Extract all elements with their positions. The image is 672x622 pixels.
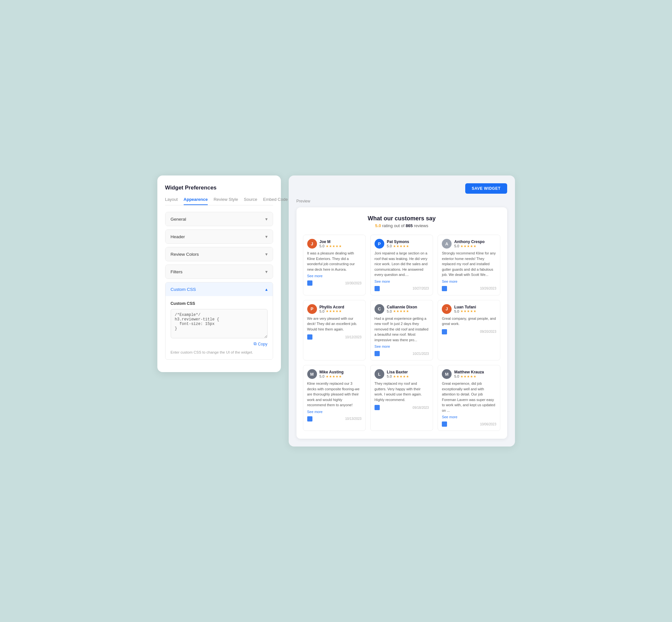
avatar: C — [374, 304, 384, 314]
review-footer: 09/18/2023 — [374, 405, 429, 410]
review-card: M Mike Austing 5.0 ★★★★★ Kline recently … — [303, 365, 366, 431]
reviewer-row: M Mike Austing 5.0 ★★★★★ — [307, 369, 362, 379]
review-text: Great company, great people, and great w… — [442, 316, 496, 326]
source-icon — [374, 405, 380, 410]
review-card: C Calliannie Dixon 5.0 ★★★★★ Had a great… — [370, 300, 433, 361]
source-icon — [374, 351, 380, 356]
see-more-link[interactable]: See more — [442, 279, 496, 283]
accordion-review-colors: Review Colors ▾ — [165, 247, 273, 261]
review-card: J Luan Tufani 5.0 ★★★★★ Great company, g… — [438, 300, 500, 361]
copy-icon: ⧉ — [254, 342, 257, 346]
reviews-grid: J Joe M 5.0 ★★★★★ It was a pleasure deal… — [303, 235, 501, 431]
accordion-general: General ▾ — [165, 212, 273, 226]
accordion-review-colors-header[interactable]: Review Colors ▾ — [166, 247, 273, 261]
see-more-link[interactable]: See more — [307, 410, 362, 414]
reviewer-name: Calliannie Dixon — [387, 305, 417, 309]
stars-row: 5.0 ★★★★★ — [320, 374, 344, 378]
preferences-title: Widget Preferences — [165, 184, 273, 191]
accordion-general-header[interactable]: General ▾ — [166, 212, 273, 226]
stars-row: 5.0 ★★★★★ — [320, 244, 342, 248]
accordion-header-header[interactable]: Header ▾ — [166, 230, 273, 243]
preview-header-row: SAVE WIDGET — [297, 183, 507, 194]
stars-row: 5.0 ★★★★★ — [387, 374, 409, 378]
reviewer-name: Anthony Crespo — [454, 240, 484, 244]
review-date: 10/06/2023 — [480, 422, 496, 426]
source-icon — [442, 286, 447, 291]
accordion-custom-css-content: Custom CSS /*Example*/ h3.reviewer-title… — [166, 296, 273, 359]
reviewer-row: M Matthew Krauza 5.0 ★★★★★ — [442, 369, 496, 379]
widget-rating-label: rating out of — [382, 223, 406, 228]
source-icon — [307, 335, 312, 340]
chevron-down-icon: ▾ — [265, 216, 268, 221]
review-footer: 10/21/2023 — [374, 351, 429, 356]
tab-embed-code[interactable]: Embed Code — [263, 197, 288, 205]
save-widget-button[interactable]: SAVE WIDGET — [465, 183, 507, 194]
stars-row: 5.0 ★★★★★ — [387, 309, 417, 313]
avatar: P — [374, 239, 384, 249]
widget-rating-number: 5.0 — [375, 223, 381, 228]
chevron-up-icon: ▴ — [265, 287, 268, 292]
review-text: We are very pleased with our deck! They … — [307, 316, 362, 332]
widget-reviews-label: reviews — [414, 223, 428, 228]
review-date: 10/27/2023 — [412, 287, 429, 290]
stars-row: 5.0 ★★★★★ — [387, 244, 409, 248]
reviewer-row: P Pat Symons 5.0 ★★★★★ — [374, 239, 429, 249]
preview-label: Preview — [297, 199, 507, 203]
review-card: P Phyllis Acord 5.0 ★★★★★ We are very pl… — [303, 300, 366, 361]
avatar: J — [307, 239, 317, 249]
see-more-link[interactable]: See more — [442, 415, 496, 419]
reviewer-row: C Calliannie Dixon 5.0 ★★★★★ — [374, 304, 429, 314]
see-more-link[interactable]: See more — [307, 274, 362, 278]
review-footer: 10/26/2023 — [442, 286, 496, 291]
review-date: 10/26/2023 — [480, 287, 496, 290]
custom-css-textarea[interactable]: /*Example*/ h3.reviewer-title { font-siz… — [171, 309, 268, 338]
review-text: Strongly recommend Kline for any exterio… — [442, 250, 496, 278]
widget-preview: What our customers say 5.0 rating out of… — [297, 207, 507, 439]
avatar: P — [307, 304, 317, 314]
avatar: M — [307, 369, 317, 379]
review-card: M Matthew Krauza 5.0 ★★★★★ Great experie… — [438, 365, 500, 431]
see-more-link[interactable]: See more — [374, 344, 429, 348]
stars-row: 5.0 ★★★★★ — [454, 309, 476, 313]
review-text: They replaced my roof and gutters. Very … — [374, 381, 429, 402]
tab-source[interactable]: Source — [244, 197, 257, 205]
avatar: L — [374, 369, 384, 379]
copy-button[interactable]: ⧉ Copy — [254, 342, 267, 346]
review-card: J Joe M 5.0 ★★★★★ It was a pleasure deal… — [303, 235, 366, 296]
custom-css-label: Custom CSS — [171, 301, 268, 306]
tab-appearance[interactable]: Appearence — [184, 197, 208, 205]
reviewer-row: P Phyllis Acord 5.0 ★★★★★ — [307, 304, 362, 314]
see-more-link[interactable]: See more — [374, 279, 429, 283]
accordion-filters-header[interactable]: Filters ▾ — [166, 265, 273, 278]
accordion-custom-css-header[interactable]: Custom CSS ▴ — [166, 282, 273, 296]
widget-review-count: 865 — [406, 223, 413, 228]
reviewer-name: Phyllis Acord — [320, 305, 344, 309]
source-icon — [307, 280, 312, 286]
review-footer: 10/30/2023 — [307, 280, 362, 286]
avatar: M — [442, 369, 451, 379]
stars-row: 5.0 ★★★★★ — [454, 374, 484, 378]
tab-layout[interactable]: Layout — [165, 197, 178, 205]
chevron-down-icon: ▾ — [265, 269, 268, 274]
review-text: It was a pleasure dealing with Kline Ext… — [307, 250, 362, 272]
review-text: Kline recently replaced our 3 decks with… — [307, 381, 362, 408]
reviewer-name: Lisa Baxter — [387, 370, 409, 374]
review-date: 10/12/2023 — [345, 335, 362, 339]
source-icon — [442, 421, 447, 427]
avatar: J — [442, 304, 451, 314]
review-card: P Pat Symons 5.0 ★★★★★ Joni repaired a l… — [370, 235, 433, 296]
review-text: Had a great experience getting a new roo… — [374, 316, 429, 343]
stars-row: 5.0 ★★★★★ — [454, 244, 484, 248]
tab-review-style[interactable]: Review Style — [213, 197, 238, 205]
reviewer-row: L Lisa Baxter 5.0 ★★★★★ — [374, 369, 429, 379]
review-text: Joni repaired a large section on a roof … — [374, 250, 429, 278]
review-card: L Lisa Baxter 5.0 ★★★★★ They replaced my… — [370, 365, 433, 431]
reviewer-name: Pat Symons — [387, 240, 409, 244]
source-icon — [374, 286, 380, 291]
reviewer-row: J Luan Tufani 5.0 ★★★★★ — [442, 304, 496, 314]
accordion-custom-css: Custom CSS ▴ Custom CSS /*Example*/ h3.r… — [165, 282, 273, 360]
review-card: A Anthony Crespo 5.0 ★★★★★ Strongly reco… — [438, 235, 500, 296]
review-footer: 09/20/2023 — [442, 329, 496, 335]
review-date: 09/20/2023 — [480, 330, 496, 334]
widget-rating-row: 5.0 rating out of 865 reviews — [303, 223, 501, 228]
